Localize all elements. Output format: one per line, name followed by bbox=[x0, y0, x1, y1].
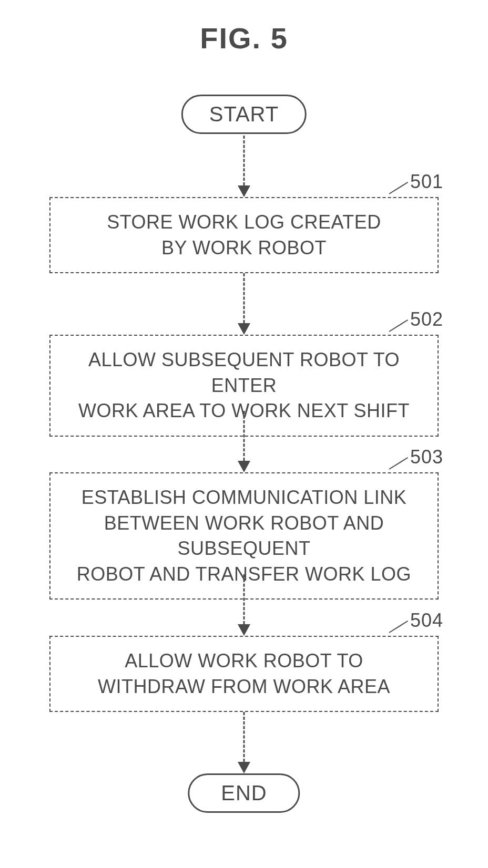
process-text-501: STORE WORK LOG CREATED BY WORK ROBOT bbox=[107, 211, 381, 259]
arrow-line-3 bbox=[243, 411, 245, 461]
step-label-501: 501 bbox=[410, 171, 443, 193]
arrow-head-5 bbox=[238, 762, 250, 773]
leader-line-504 bbox=[389, 621, 408, 633]
arrow-line-4 bbox=[243, 574, 245, 624]
leader-line-502 bbox=[389, 319, 408, 332]
process-box-501: STORE WORK LOG CREATED BY WORK ROBOT bbox=[49, 197, 439, 273]
step-label-502: 502 bbox=[410, 308, 443, 330]
leader-line-503 bbox=[389, 457, 408, 470]
step-label-503: 503 bbox=[410, 446, 443, 468]
arrow-head-3 bbox=[238, 461, 250, 472]
arrow-head-4 bbox=[238, 624, 250, 636]
process-text-503: ESTABLISH COMMUNICATION LINK BETWEEN WOR… bbox=[77, 487, 411, 585]
figure-title: FIG. 5 bbox=[200, 21, 288, 55]
process-box-504: ALLOW WORK ROBOT TO WITHDRAW FROM WORK A… bbox=[49, 636, 439, 712]
arrow-line-5 bbox=[243, 712, 245, 762]
arrow-head-2 bbox=[238, 323, 250, 335]
arrow-line-1 bbox=[243, 136, 245, 185]
start-terminal: START bbox=[181, 95, 307, 134]
leader-line-501 bbox=[389, 182, 408, 194]
end-terminal: END bbox=[188, 773, 300, 813]
process-text-504: ALLOW WORK ROBOT TO WITHDRAW FROM WORK A… bbox=[98, 650, 390, 697]
arrow-line-2 bbox=[243, 273, 245, 323]
arrow-head-1 bbox=[238, 185, 250, 197]
step-label-504: 504 bbox=[410, 609, 443, 632]
